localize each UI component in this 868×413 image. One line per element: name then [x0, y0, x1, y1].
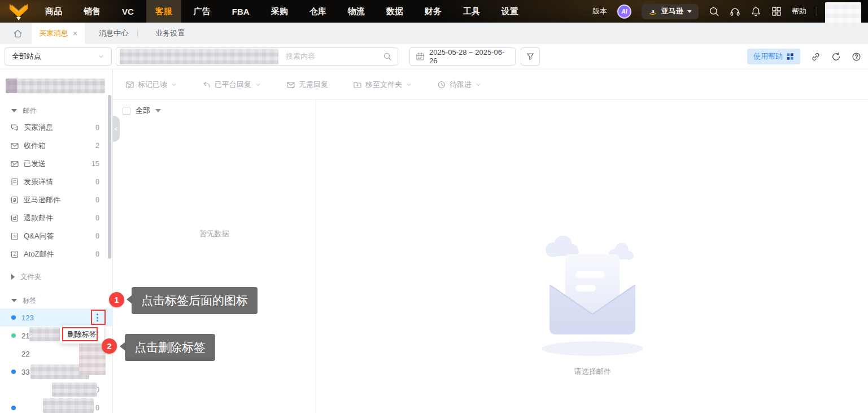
usage-help-button[interactable]: 使用帮助	[747, 49, 800, 64]
store-selector[interactable]: a 亚马逊	[642, 4, 699, 19]
mail-folder-item[interactable]: 已发送15	[0, 155, 113, 173]
toolbar-action-label: 已平台回复	[215, 80, 251, 90]
chevron-down-icon	[98, 53, 104, 60]
copy-link-icon[interactable]	[811, 52, 821, 62]
mail-folder-item[interactable]: 发票详情0	[0, 173, 113, 191]
tooltip-arrow	[120, 342, 125, 351]
advanced-filter-button[interactable]	[521, 47, 540, 66]
tag-label: 33	[21, 368, 29, 376]
sidebar-collapse-handle[interactable]: <	[112, 116, 120, 142]
filter-bar-right: 使用帮助	[747, 49, 861, 64]
unread-count: 0	[95, 124, 99, 132]
close-icon[interactable]: ×	[73, 29, 77, 37]
tag-context-menu[interactable]: 删除标签	[60, 325, 104, 344]
message-detail-panel: 请选择邮件	[317, 100, 868, 413]
nav-item[interactable]: 物流	[339, 0, 374, 23]
list-empty-text: 暂无数据	[113, 229, 316, 239]
tag-item[interactable]: 123	[0, 308, 113, 327]
sidebar-scrollbar[interactable]	[108, 95, 111, 259]
tab-buyer-messages[interactable]: 买家消息 ×	[32, 23, 85, 44]
tab-message-center[interactable]: 消息中心	[93, 28, 134, 38]
usage-help-label: 使用帮助	[753, 51, 783, 62]
date-range-picker[interactable]: 2025-05-28 ~ 2025-06-26	[409, 47, 516, 66]
nav-item[interactable]: 客服	[146, 0, 181, 23]
question-help-icon[interactable]	[852, 52, 861, 62]
folder-label: AtoZ邮件	[24, 249, 54, 259]
svg-text:a: a	[651, 7, 655, 14]
avatar[interactable]	[825, 2, 861, 27]
sent-icon	[10, 159, 19, 168]
tab-business-settings[interactable]: 业务设置	[150, 28, 190, 38]
tag-label: 22	[21, 350, 29, 358]
nav-item[interactable]: 仓库	[300, 0, 335, 23]
mail-folder-list: 买家消息0收件箱2已发送15发票详情0亚马逊邮件0退款邮件0?!Q&A问答0ZA…	[0, 119, 113, 263]
tag-more-actions-icon[interactable]	[94, 311, 101, 324]
mail-folder-item[interactable]: 退款邮件0	[0, 209, 113, 227]
select-all-row: 全部	[123, 106, 161, 116]
select-all-dropdown-icon[interactable]	[155, 109, 161, 112]
nav-item[interactable]: 财务	[416, 0, 451, 23]
ai-assistant-icon[interactable]: AI	[617, 5, 631, 19]
section-mail[interactable]: 邮件	[0, 103, 113, 119]
nav-item[interactable]: VC	[113, 0, 143, 23]
tag5-name-blur	[52, 382, 97, 397]
mail-folder-item[interactable]: 买家消息0	[0, 119, 113, 137]
toolbar-action[interactable]: 标记已读	[125, 80, 177, 90]
tooltip-arrow	[127, 295, 132, 304]
unread-count: 15	[91, 160, 99, 168]
account-name-blur	[6, 79, 105, 93]
help-link[interactable]: 帮助	[792, 6, 806, 16]
nav-divider	[817, 7, 817, 16]
folder-label: 收件箱	[24, 141, 46, 151]
chevron-expanded-icon	[11, 109, 17, 112]
step1-tooltip: 点击标签后面的图标	[132, 287, 258, 314]
brand-logo-icon[interactable]	[8, 2, 29, 23]
select-all-label: 全部	[136, 106, 150, 116]
search-icon[interactable]	[383, 52, 392, 61]
open-envelope-illustration	[536, 232, 649, 363]
envelope-icon	[10, 141, 19, 150]
apps-grid-icon[interactable]	[771, 6, 782, 16]
toolbar-action[interactable]: 移至文件夹	[353, 80, 412, 90]
unread-count: 0	[95, 232, 99, 240]
reply-icon	[202, 80, 211, 89]
toolbar-action[interactable]: 已平台回复	[202, 80, 261, 90]
select-all-checkbox[interactable]	[123, 107, 130, 115]
step1-badge: 1	[109, 292, 124, 307]
funnel-icon	[526, 52, 535, 61]
notification-bell-icon[interactable]	[751, 6, 761, 17]
nav-item[interactable]: 设置	[492, 0, 527, 23]
site-select[interactable]: 全部站点	[5, 47, 112, 66]
section-folders[interactable]: 文件夹	[0, 269, 113, 285]
search-icon[interactable]	[709, 6, 719, 17]
nav-item[interactable]: 采购	[262, 0, 297, 23]
headset-support-icon[interactable]	[730, 6, 740, 17]
home-icon[interactable]	[12, 28, 23, 39]
tag-color-dot	[11, 388, 16, 392]
mail-folder-item[interactable]: ?!Q&A问答0	[0, 227, 113, 245]
nav-item[interactable]: 数据	[377, 0, 412, 23]
nav-item[interactable]: 销售	[75, 0, 110, 23]
section-tags[interactable]: 标签	[0, 293, 113, 308]
invoice-icon	[10, 177, 19, 186]
toolbar-action[interactable]: 待跟进	[437, 80, 482, 90]
delete-tag-menu-item[interactable]: 删除标签	[67, 329, 97, 340]
chevron-collapsed-icon	[11, 274, 15, 280]
mail-folder-item[interactable]: 亚马逊邮件0	[0, 191, 113, 209]
help-grid-icon	[786, 53, 794, 60]
refund-icon	[10, 214, 19, 223]
version-link[interactable]: 版本	[592, 6, 607, 16]
empty-state: 请选择邮件	[317, 232, 868, 377]
toolbar-action[interactable]: 无需回复	[286, 80, 328, 90]
refresh-icon[interactable]	[831, 52, 841, 62]
mail-folder-item[interactable]: 收件箱2	[0, 137, 113, 155]
unread-count: 0	[95, 214, 99, 222]
mail-folder-item[interactable]: ZAtoZ邮件0	[0, 245, 113, 263]
chat-icon	[10, 123, 19, 132]
nav-item[interactable]: 工具	[454, 0, 489, 23]
nav-item[interactable]: 商品	[36, 0, 71, 23]
nav-item[interactable]: 广告	[185, 0, 220, 23]
tag-color-dot	[11, 351, 16, 356]
folder-label: 买家消息	[24, 123, 53, 133]
nav-item[interactable]: FBA	[223, 0, 259, 23]
